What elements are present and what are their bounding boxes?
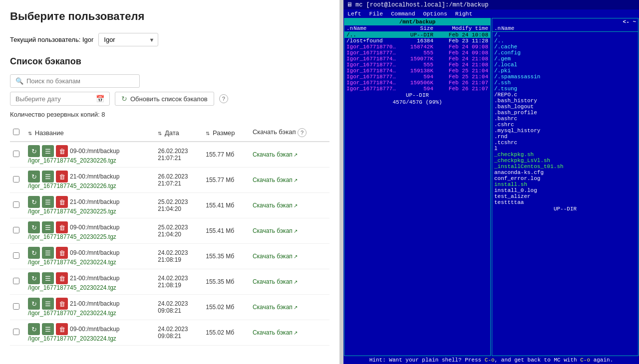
mc-right-file-row[interactable]: _installCentos_t01.sh (492, 164, 638, 170)
row-refresh-button[interactable]: ↻ (28, 196, 40, 208)
row-refresh-button[interactable]: ↻ (28, 145, 40, 157)
row-delete-button[interactable]: 🗑 (56, 221, 68, 233)
mc-right-file-row[interactable]: install.sh (492, 182, 638, 187)
mc-right-file-row[interactable]: .bash_profile (492, 110, 638, 116)
row-list-button[interactable]: ☰ (42, 298, 54, 310)
user-select[interactable]: Igor (98, 33, 158, 46)
mc-right-file-row[interactable]: .rnd (492, 134, 638, 140)
mc-right-file-row[interactable]: /.ssh (492, 80, 638, 86)
mc-right-file-row[interactable]: /.. (492, 38, 638, 44)
row-checkbox-5[interactable] (13, 278, 19, 284)
mc-menu-options[interactable]: Options (419, 9, 451, 18)
row-checkbox-6[interactable] (13, 303, 19, 310)
row-list-button[interactable]: ☰ (42, 247, 54, 259)
row-list-button[interactable]: ☰ (42, 196, 54, 208)
mc-left-file-row[interactable]: Igor_1677187745_20230224.tgz 159077K Feb… (344, 56, 490, 62)
mc-left-file-row[interactable]: /lost+found 16384 Feb 23 11:28 (344, 38, 490, 44)
row-delete-button[interactable]: 🗑 (56, 323, 68, 335)
row-list-button[interactable]: ☰ (42, 221, 54, 233)
mc-left-file-row[interactable]: Igor_1677187745_20230226.tgz 159506K Feb… (344, 80, 490, 86)
mc-right-file-row[interactable]: conf_error.log (492, 176, 638, 182)
search-input[interactable] (26, 77, 134, 85)
mc-right-file-row[interactable]: /.pki (492, 68, 638, 74)
row-delete-button[interactable]: 🗑 (56, 272, 68, 284)
row-download-link[interactable]: Скачать бэкап↗ (253, 253, 298, 260)
row-delete-button[interactable]: 🗑 (56, 171, 68, 182)
row-refresh-button[interactable]: ↻ (28, 247, 40, 259)
mc-menu-command[interactable]: Command (387, 9, 419, 18)
mc-right-file-name: /.spamassassin (494, 74, 636, 80)
row-delete-button[interactable]: 🗑 (56, 298, 68, 310)
row-list-button[interactable]: ☰ (42, 171, 54, 182)
row-download-link[interactable]: Скачать бэкап↗ (253, 329, 298, 336)
select-all-checkbox[interactable] (13, 129, 19, 135)
row-download-link[interactable]: Скачать бэкап↗ (253, 278, 298, 285)
download-help-icon[interactable]: ? (298, 128, 307, 137)
row-delete-button[interactable]: 🗑 (56, 145, 68, 157)
row-checkbox-1[interactable] (13, 176, 19, 182)
mc-right-file-row[interactable]: test_alizer (492, 193, 638, 199)
mc-left-file-row[interactable]: Igor_1677187707_20230224.tgz 158742K Feb… (344, 44, 490, 50)
row-refresh-button[interactable]: ↻ (28, 171, 40, 182)
mc-right-file-row[interactable]: /. (492, 32, 638, 38)
mc-right-file-row[interactable]: .bash_history (492, 98, 638, 104)
mc-right-file-row[interactable]: _checkpkg_LsVl.sh (492, 158, 638, 164)
mc-right-file-row[interactable]: .cshrc (492, 122, 638, 128)
mc-right-file-row[interactable]: /.spamassassin (492, 74, 638, 80)
row-download-link[interactable]: Скачать бэкап↗ (253, 227, 298, 234)
date-input-wrapper[interactable]: 📅 (10, 92, 110, 106)
row-checkbox-0[interactable] (13, 151, 19, 157)
row-refresh-button[interactable]: ↻ (28, 272, 40, 284)
row-download-link[interactable]: Скачать бэкап↗ (253, 304, 298, 311)
row-list-button[interactable]: ☰ (42, 272, 54, 284)
mc-right-file-row[interactable]: /.config (492, 50, 638, 56)
row-checkbox-2[interactable] (13, 201, 19, 208)
row-list-button[interactable]: ☰ (42, 323, 54, 335)
row-list-button[interactable]: ☰ (42, 145, 54, 157)
mc-left-file-row[interactable]: /.. UP--DIR Feb 24 10:08 (344, 32, 490, 38)
mc-right-file-row[interactable]: /.gem (492, 56, 638, 62)
mc-right-file-row[interactable]: anaconda-ks.cfg (492, 170, 638, 176)
row-checkbox-3[interactable] (13, 227, 19, 233)
mc-left-file-row[interactable]: Igor_1677187745_20230225.tgz 159138K Feb… (344, 68, 490, 74)
mc-right-file-row[interactable]: /.cache (492, 44, 638, 50)
date-input[interactable] (15, 95, 96, 103)
row-delete-button[interactable]: 🗑 (56, 247, 68, 259)
row-download-link[interactable]: Скачать бэкап↗ (253, 151, 298, 158)
calendar-icon[interactable]: 📅 (96, 95, 104, 103)
user-select-wrapper[interactable]: Igor ▼ (98, 33, 158, 46)
mc-right-file-row[interactable]: .bashrc (492, 116, 638, 122)
mc-menu-file[interactable]: File (365, 9, 387, 18)
mc-right-file-row[interactable]: l (492, 146, 638, 152)
row-checkbox-7[interactable] (13, 329, 19, 335)
row-checkbox-4[interactable] (13, 252, 19, 259)
mc-right-file-row[interactable]: _checkpkg.sh (492, 152, 638, 158)
row-actions: ↻ ☰ 🗑 21-00:/mnt/backup (28, 196, 152, 208)
row-delete-button[interactable]: 🗑 (56, 196, 68, 208)
mc-menu-left[interactable]: Left (343, 9, 365, 18)
mc-right-file-row[interactable]: /.local (492, 62, 638, 68)
row-download-cell: Скачать бэкап↗ (250, 193, 329, 218)
row-size: 155.77 Мб (206, 177, 234, 183)
mc-right-file-row[interactable]: .tcshrc (492, 140, 638, 146)
mc-right-file-row[interactable]: /.tsung (492, 86, 638, 92)
mc-left-file-row[interactable]: Igor_1677187770~a_backup.info 555 Feb 24… (344, 50, 490, 56)
mc-left-file-row[interactable]: Igor_1677187774~a_backup.info 594 Feb 25… (344, 74, 490, 80)
row-refresh-button[interactable]: ↻ (28, 221, 40, 233)
refresh-button[interactable]: ↻ Обновить список бэкапов (115, 92, 214, 106)
mc-menu-right[interactable]: Right (451, 9, 477, 18)
row-refresh-button[interactable]: ↻ (28, 323, 40, 335)
mc-right-file-name: _checkpkg_LsVl.sh (494, 158, 636, 164)
row-refresh-button[interactable]: ↻ (28, 298, 40, 310)
mc-right-file-row[interactable]: testtttaa (492, 199, 638, 205)
mc-right-file-row[interactable]: /REPO.c (492, 92, 638, 98)
search-box[interactable]: 🔍 (10, 74, 140, 88)
row-download-link[interactable]: Скачать бэкап↗ (253, 177, 298, 183)
mc-right-file-row[interactable]: .bash_logout (492, 104, 638, 110)
mc-right-file-row[interactable]: install_0.log (492, 187, 638, 193)
help-icon[interactable]: ? (219, 94, 228, 103)
mc-left-file-row[interactable]: Igor_1677187774~a_backup.info 594 Feb 26… (344, 86, 490, 92)
row-download-link[interactable]: Скачать бэкап↗ (253, 202, 298, 209)
mc-left-file-row[interactable]: Igor_1677187774~a_backup.info 555 Feb 24… (344, 62, 490, 68)
mc-right-file-row[interactable]: .mysql_history (492, 128, 638, 134)
